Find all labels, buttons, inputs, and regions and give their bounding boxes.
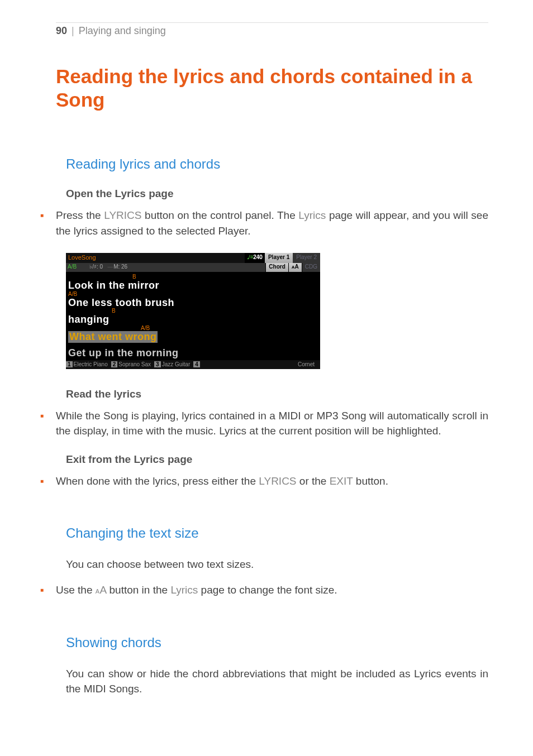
page-number: 90 xyxy=(56,25,67,37)
aa-button-ref: aA xyxy=(96,584,106,596)
chord-annotation: A/B xyxy=(141,326,318,331)
chord-annotation: B xyxy=(112,308,318,314)
key-signature: ♭/♯: 0 xyxy=(79,263,105,272)
lyric-line: Get up in the morning xyxy=(68,347,318,359)
text-size-desc: You can choose between two text sizes. xyxy=(66,557,488,572)
measure-display: ---- M: 26 xyxy=(105,263,130,272)
divider: | xyxy=(72,25,74,37)
subheading-reading: Reading lyrics and chords xyxy=(66,156,488,172)
instrument-slot[interactable]: 4 xyxy=(193,360,204,369)
page-header: 90 | Playing and singing xyxy=(56,22,488,37)
step-exit-lyrics: Exit from the Lyrics page xyxy=(66,453,488,466)
chord-annotation: B xyxy=(132,274,318,280)
lyrics-button-ref: LYRICS xyxy=(104,209,141,221)
tab-player-1[interactable]: Player 1 xyxy=(265,253,293,263)
chord-toggle-button[interactable]: Chord xyxy=(265,263,288,272)
instruction-read-lyrics: While the Song is playing, lyrics contai… xyxy=(56,408,488,439)
cdg-button[interactable]: CDG xyxy=(302,263,320,272)
instrument-slot[interactable]: 1Electric Piano xyxy=(66,360,111,369)
lyrics-page-ref: Lyrics xyxy=(170,584,198,596)
instrument-slot[interactable]: Cornet xyxy=(298,360,320,369)
showing-chords-desc: You can show or hide the chord abbreviat… xyxy=(66,666,488,697)
instruction-text-size: Use the aA button in the Lyrics page to … xyxy=(56,582,488,598)
lyric-line: Look in the mirror xyxy=(68,280,318,291)
lyrics-button-ref: LYRICS xyxy=(259,475,296,487)
step-open-lyrics: Open the Lyrics page xyxy=(66,188,488,200)
subheading-text-size: Changing the text size xyxy=(66,525,488,541)
lyric-line: One less tooth brush xyxy=(68,297,318,309)
current-chord: A/B xyxy=(66,263,79,272)
section-name: Playing and singing xyxy=(79,25,166,37)
song-title: LoveSong xyxy=(66,253,245,263)
instruction-open-lyrics: Press the LYRICS button on the control p… xyxy=(56,208,488,238)
subheading-showing-chords: Showing chords xyxy=(66,635,488,650)
lyrics-page-ref: Lyrics xyxy=(298,209,326,221)
lyrics-body: B Look in the mirror A/B One less tooth … xyxy=(66,272,320,360)
chord-annotation: A/B xyxy=(68,291,318,297)
exit-button-ref: EXIT xyxy=(330,475,353,487)
instrument-slot[interactable]: 2Soprano Sax xyxy=(111,360,154,369)
instruction-exit-lyrics: When done with the lyrics, press either … xyxy=(56,473,488,489)
step-read-lyrics: Read the lyrics xyxy=(66,388,488,400)
lyric-line: hanging xyxy=(68,314,318,326)
tempo-display: ♩=240 xyxy=(245,253,265,263)
tab-player-2[interactable]: Player 2 xyxy=(293,253,320,263)
lyric-line-highlighted: What went wrong xyxy=(68,331,318,343)
instrument-slot[interactable]: 3Jazz Guitar xyxy=(154,360,193,369)
text-size-button[interactable]: AAAA xyxy=(288,263,302,272)
page-title: Reading the lyrics and chords contained … xyxy=(56,65,488,112)
instrument-footer: 1Electric Piano 2Soprano Sax 3Jazz Guita… xyxy=(66,360,320,369)
lyrics-screen: LoveSong ♩=240 Player 1 Player 2 A/B ♭/♯… xyxy=(66,253,320,369)
